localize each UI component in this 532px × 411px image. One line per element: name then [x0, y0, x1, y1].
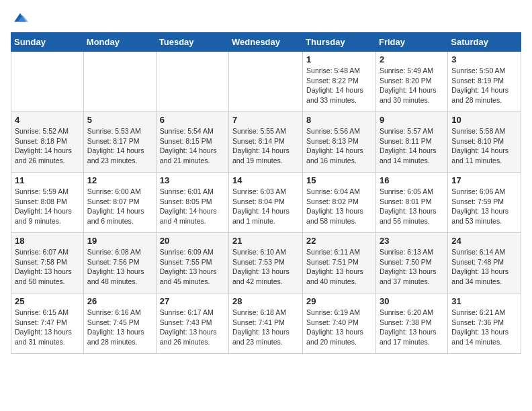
calendar-table: Sunday Monday Tuesday Wednesday Thursday…: [11, 32, 521, 354]
calendar-cell: 15Sunrise: 6:04 AM Sunset: 8:02 PM Dayli…: [303, 173, 376, 233]
cell-content: Sunrise: 5:50 AM Sunset: 8:19 PM Dayligh…: [451, 66, 517, 105]
cell-content: Sunrise: 6:15 AM Sunset: 7:47 PM Dayligh…: [15, 308, 80, 347]
cell-content: Sunrise: 5:56 AM Sunset: 8:13 PM Dayligh…: [306, 126, 372, 166]
day-number: 24: [451, 236, 517, 246]
calendar-cell: 9Sunrise: 5:57 AM Sunset: 8:11 PM Daylig…: [375, 112, 447, 173]
cell-content: Sunrise: 6:06 AM Sunset: 7:59 PM Dayligh…: [451, 187, 517, 226]
calendar-header-row: Sunday Monday Tuesday Wednesday Thursday…: [11, 33, 521, 52]
day-number: 26: [87, 296, 152, 306]
cell-content: Sunrise: 5:53 AM Sunset: 8:17 PM Dayligh…: [87, 126, 152, 166]
calendar-cell: [11, 52, 84, 112]
calendar-cell: 3Sunrise: 5:50 AM Sunset: 8:19 PM Daylig…: [448, 52, 521, 112]
calendar-cell: 5Sunrise: 5:53 AM Sunset: 8:17 PM Daylig…: [83, 112, 156, 173]
calendar-cell: [229, 52, 303, 112]
calendar-week-row: 4Sunrise: 5:52 AM Sunset: 8:18 PM Daylig…: [11, 112, 521, 173]
calendar-cell: [156, 52, 228, 112]
calendar-cell: 31Sunrise: 6:21 AM Sunset: 7:36 PM Dayli…: [448, 293, 521, 354]
calendar-cell: 14Sunrise: 6:03 AM Sunset: 8:04 PM Dayli…: [229, 173, 303, 233]
calendar-week-row: 1Sunrise: 5:48 AM Sunset: 8:22 PM Daylig…: [11, 52, 521, 112]
day-number: 22: [306, 236, 372, 246]
day-number: 6: [160, 115, 225, 125]
day-number: 31: [451, 296, 517, 306]
calendar-cell: 12Sunrise: 6:00 AM Sunset: 8:07 PM Dayli…: [83, 173, 156, 233]
logo: [11, 11, 28, 24]
cell-content: Sunrise: 5:54 AM Sunset: 8:15 PM Dayligh…: [160, 126, 225, 166]
cell-content: Sunrise: 6:07 AM Sunset: 7:58 PM Dayligh…: [15, 247, 80, 287]
day-number: 29: [306, 296, 372, 306]
cell-content: Sunrise: 6:17 AM Sunset: 7:43 PM Dayligh…: [160, 308, 225, 347]
cell-content: Sunrise: 6:14 AM Sunset: 7:48 PM Dayligh…: [451, 247, 517, 287]
cell-content: Sunrise: 6:20 AM Sunset: 7:38 PM Dayligh…: [380, 308, 444, 347]
cell-content: Sunrise: 5:55 AM Sunset: 8:14 PM Dayligh…: [232, 126, 299, 166]
calendar-cell: 16Sunrise: 6:05 AM Sunset: 8:01 PM Dayli…: [375, 173, 447, 233]
calendar-cell: 18Sunrise: 6:07 AM Sunset: 7:58 PM Dayli…: [11, 233, 84, 293]
day-number: 5: [87, 115, 152, 125]
calendar-week-row: 25Sunrise: 6:15 AM Sunset: 7:47 PM Dayli…: [11, 293, 521, 354]
header-friday: Friday: [375, 33, 447, 52]
calendar-cell: 1Sunrise: 5:48 AM Sunset: 8:22 PM Daylig…: [303, 52, 376, 112]
calendar-cell: 4Sunrise: 5:52 AM Sunset: 8:18 PM Daylig…: [11, 112, 84, 173]
day-number: 12: [87, 175, 152, 185]
cell-content: Sunrise: 6:04 AM Sunset: 8:02 PM Dayligh…: [306, 187, 372, 226]
cell-content: Sunrise: 6:09 AM Sunset: 7:55 PM Dayligh…: [160, 247, 225, 287]
calendar-cell: 19Sunrise: 6:08 AM Sunset: 7:56 PM Dayli…: [83, 233, 156, 293]
cell-content: Sunrise: 5:52 AM Sunset: 8:18 PM Dayligh…: [15, 126, 80, 166]
day-number: 2: [380, 54, 444, 64]
header-wednesday: Wednesday: [229, 33, 303, 52]
day-number: 20: [160, 236, 225, 246]
day-number: 9: [380, 115, 444, 125]
day-number: 16: [380, 175, 444, 185]
day-number: 7: [232, 115, 299, 125]
cell-content: Sunrise: 6:10 AM Sunset: 7:53 PM Dayligh…: [232, 247, 299, 287]
day-number: 13: [160, 175, 225, 185]
day-number: 19: [87, 236, 152, 246]
page-header: [11, 11, 521, 24]
calendar-week-row: 18Sunrise: 6:07 AM Sunset: 7:58 PM Dayli…: [11, 233, 521, 293]
logo-icon: [12, 11, 28, 24]
calendar-cell: 21Sunrise: 6:10 AM Sunset: 7:53 PM Dayli…: [229, 233, 303, 293]
calendar-cell: 28Sunrise: 6:18 AM Sunset: 7:41 PM Dayli…: [229, 293, 303, 354]
calendar-week-row: 11Sunrise: 5:59 AM Sunset: 8:08 PM Dayli…: [11, 173, 521, 233]
calendar-cell: 13Sunrise: 6:01 AM Sunset: 8:05 PM Dayli…: [156, 173, 228, 233]
header-sunday: Sunday: [11, 33, 84, 52]
cell-content: Sunrise: 6:18 AM Sunset: 7:41 PM Dayligh…: [232, 308, 299, 347]
calendar-cell: 29Sunrise: 6:19 AM Sunset: 7:40 PM Dayli…: [303, 293, 376, 354]
day-number: 28: [232, 296, 299, 306]
calendar-cell: 25Sunrise: 6:15 AM Sunset: 7:47 PM Dayli…: [11, 293, 84, 354]
cell-content: Sunrise: 5:57 AM Sunset: 8:11 PM Dayligh…: [380, 126, 444, 166]
calendar-cell: 10Sunrise: 5:58 AM Sunset: 8:10 PM Dayli…: [448, 112, 521, 173]
calendar-cell: 27Sunrise: 6:17 AM Sunset: 7:43 PM Dayli…: [156, 293, 228, 354]
cell-content: Sunrise: 6:11 AM Sunset: 7:51 PM Dayligh…: [306, 247, 372, 287]
calendar-cell: 30Sunrise: 6:20 AM Sunset: 7:38 PM Dayli…: [375, 293, 447, 354]
day-number: 30: [380, 296, 444, 306]
day-number: 27: [160, 296, 225, 306]
calendar-cell: 20Sunrise: 6:09 AM Sunset: 7:55 PM Dayli…: [156, 233, 228, 293]
day-number: 17: [451, 175, 517, 185]
calendar-cell: 8Sunrise: 5:56 AM Sunset: 8:13 PM Daylig…: [303, 112, 376, 173]
day-number: 23: [380, 236, 444, 246]
calendar-cell: 7Sunrise: 5:55 AM Sunset: 8:14 PM Daylig…: [229, 112, 303, 173]
day-number: 8: [306, 115, 372, 125]
day-number: 14: [232, 175, 299, 185]
calendar-cell: 26Sunrise: 6:16 AM Sunset: 7:45 PM Dayli…: [83, 293, 156, 354]
cell-content: Sunrise: 5:49 AM Sunset: 8:20 PM Dayligh…: [380, 66, 444, 105]
cell-content: Sunrise: 5:48 AM Sunset: 8:22 PM Dayligh…: [306, 66, 372, 105]
cell-content: Sunrise: 6:08 AM Sunset: 7:56 PM Dayligh…: [87, 247, 152, 287]
cell-content: Sunrise: 5:58 AM Sunset: 8:10 PM Dayligh…: [451, 126, 517, 166]
header-thursday: Thursday: [303, 33, 376, 52]
calendar-cell: 17Sunrise: 6:06 AM Sunset: 7:59 PM Dayli…: [448, 173, 521, 233]
calendar-cell: 22Sunrise: 6:11 AM Sunset: 7:51 PM Dayli…: [303, 233, 376, 293]
cell-content: Sunrise: 6:01 AM Sunset: 8:05 PM Dayligh…: [160, 187, 225, 226]
day-number: 18: [15, 236, 80, 246]
day-number: 1: [306, 54, 372, 64]
header-monday: Monday: [83, 33, 156, 52]
header-saturday: Saturday: [448, 33, 521, 52]
day-number: 11: [15, 175, 80, 185]
calendar-cell: 23Sunrise: 6:13 AM Sunset: 7:50 PM Dayli…: [375, 233, 447, 293]
day-number: 15: [306, 175, 372, 185]
calendar-cell: 2Sunrise: 5:49 AM Sunset: 8:20 PM Daylig…: [375, 52, 447, 112]
day-number: 25: [15, 296, 80, 306]
cell-content: Sunrise: 6:13 AM Sunset: 7:50 PM Dayligh…: [380, 247, 444, 287]
cell-content: Sunrise: 5:59 AM Sunset: 8:08 PM Dayligh…: [15, 187, 80, 226]
cell-content: Sunrise: 6:21 AM Sunset: 7:36 PM Dayligh…: [451, 308, 517, 347]
